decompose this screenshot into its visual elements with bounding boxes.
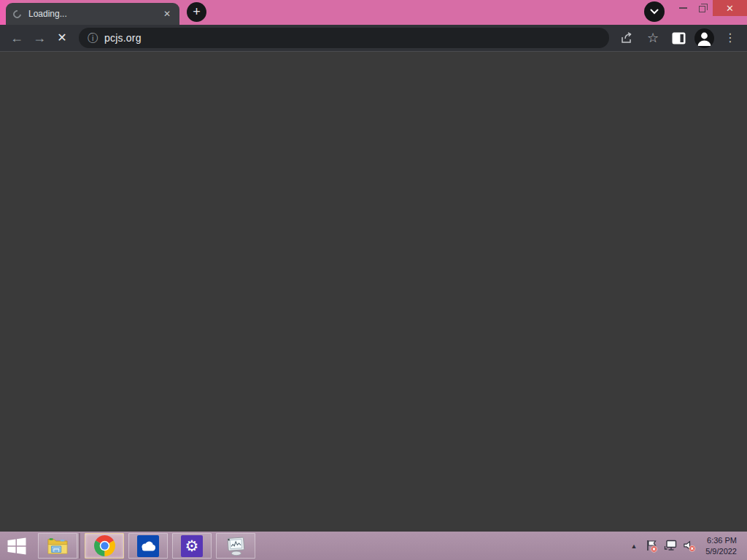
taskbar-clock[interactable]: 6:36 PM 5/9/2022 — [702, 535, 741, 556]
gear-icon: ⚙ — [185, 538, 199, 553]
start-button[interactable] — [0, 533, 34, 559]
stop-loading-button[interactable]: ✕ — [52, 28, 72, 48]
browser-toolbar: ← → ✕ ⓘ pcjs.org ☆ — [0, 25, 747, 52]
toolbar-right-icons: ☆ ⋮ — [618, 28, 747, 48]
minimize-button[interactable] — [675, 0, 691, 16]
settings-tile: ⚙ — [181, 535, 203, 557]
flag-alert-icon — [646, 540, 658, 553]
window-close-button[interactable]: ✕ — [713, 0, 747, 16]
windows-taskbar: ⚙ ▲ — [0, 532, 747, 560]
back-button[interactable]: ← — [7, 28, 27, 48]
browser-menu-button[interactable]: ⋮ — [721, 28, 740, 47]
taskbar-item-onedrive[interactable] — [128, 533, 168, 559]
onedrive-tile — [137, 535, 159, 557]
three-dots-icon: ⋮ — [724, 32, 736, 44]
volume-muted-button[interactable] — [683, 538, 696, 554]
browser-titlebar: Loading... ✕ + ✕ — [0, 0, 747, 25]
star-icon: ☆ — [647, 31, 659, 44]
person-icon — [694, 28, 714, 48]
taskbar-item-file-explorer[interactable] — [38, 533, 77, 559]
restore-button[interactable] — [694, 0, 710, 16]
tab-title: Loading... — [28, 9, 161, 19]
chevron-down-icon — [650, 9, 659, 15]
clock-date: 5/9/2022 — [702, 546, 737, 556]
profile-avatar-button[interactable] — [694, 28, 714, 48]
onedrive-cloud-icon — [140, 541, 156, 551]
url-text: pcjs.org — [104, 32, 142, 44]
taskbar-item-chrome[interactable] — [85, 533, 124, 559]
system-tray: ▲ 6:36 PM — [629, 532, 747, 560]
speaker-muted-icon — [683, 540, 696, 553]
share-button[interactable] — [618, 28, 637, 47]
system-monitor-icon — [225, 535, 247, 557]
share-icon — [621, 32, 634, 44]
action-center-flag-button[interactable] — [645, 538, 658, 554]
clock-time: 6:36 PM — [702, 535, 737, 545]
page-content — [0, 52, 747, 532]
tab-close-icon[interactable]: ✕ — [161, 8, 173, 20]
show-hidden-icons-button[interactable]: ▲ — [629, 538, 639, 554]
minimize-icon — [679, 7, 687, 9]
page-info-icon[interactable]: ⓘ — [88, 33, 98, 43]
chrome-icon — [94, 535, 115, 556]
windows-logo-icon — [6, 536, 28, 556]
restore-icon — [699, 6, 705, 12]
loading-spinner-icon — [12, 8, 23, 19]
taskbar-item-system-monitor[interactable] — [216, 533, 255, 559]
bookmark-star-button[interactable]: ☆ — [643, 28, 662, 47]
address-bar[interactable]: ⓘ pcjs.org — [79, 28, 609, 48]
forward-button[interactable]: → — [29, 28, 50, 48]
new-tab-button[interactable]: + — [187, 2, 206, 22]
side-panel-button[interactable] — [669, 28, 688, 47]
tab-search-button[interactable] — [644, 1, 665, 22]
side-panel-icon — [672, 32, 686, 44]
browser-tab[interactable]: Loading... ✕ — [6, 3, 179, 25]
network-icon — [664, 540, 677, 552]
taskbar-item-settings[interactable]: ⚙ — [172, 533, 212, 559]
file-explorer-icon — [47, 536, 69, 556]
network-status-button[interactable] — [664, 538, 677, 554]
